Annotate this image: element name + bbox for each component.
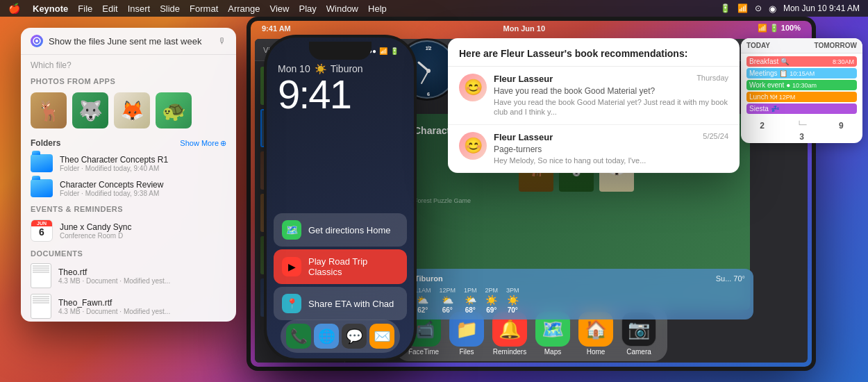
calendar-event-meetings[interactable]: Meetings 📋 10:15AM bbox=[746, 68, 857, 78]
events-section-header: Events & Reminders bbox=[21, 201, 236, 216]
message-content-2: Fleur Lasseur 5/25/24 Page-turners Hey M… bbox=[494, 132, 728, 165]
event-item-1[interactable]: JUN 6 June x Candy Sync Conference Room … bbox=[21, 216, 236, 245]
menu-window[interactable]: Window bbox=[326, 3, 358, 14]
battery-status-icon: 🔋 bbox=[390, 47, 399, 55]
menubar-left: 🍎 Keynote File Edit Insert Slide Format … bbox=[8, 3, 387, 14]
iphone-frame: ●●● 📶 🔋 Mon 10 ☀️ Tiburon 9:41 🗺️ Get di… bbox=[264, 35, 417, 361]
menu-file[interactable]: File bbox=[78, 3, 92, 14]
weather-location: Tiburon bbox=[415, 274, 443, 283]
spotlight-search-bar[interactable]: Show the files June sent me last week 🎙 bbox=[21, 28, 236, 55]
message-content-1: Fleur Lasseur Thursday Have you read the… bbox=[494, 74, 728, 117]
show-more-button[interactable]: Show More ⊕ bbox=[180, 139, 226, 148]
folder-icon-2 bbox=[31, 179, 53, 197]
menubar-right: 🔋 📶 ⊙ ◉ Mon Jun 10 9:41 AM bbox=[720, 3, 860, 14]
folder-info-1: Theo Character Concepts R1 Folder · Modi… bbox=[60, 155, 168, 172]
directions-icon: 🗺️ bbox=[282, 220, 301, 240]
photos-section-header: Photos From Apps bbox=[21, 73, 236, 88]
apple-logo-icon[interactable]: 🍎 bbox=[8, 3, 20, 14]
spotlight-query[interactable]: Show the files June sent me last week bbox=[49, 36, 212, 47]
ipad-date: Mon Jun 10 bbox=[503, 24, 546, 33]
share-eta-icon: 📍 bbox=[282, 294, 301, 313]
doc-info-1: Theo.rtf 4.3 MB · Document · Modified ye… bbox=[58, 267, 170, 285]
message-item-2[interactable]: 😊 Fleur Lasseur 5/25/24 Page-turners Hey… bbox=[448, 125, 740, 173]
control-center-icon[interactable]: ⊙ bbox=[755, 3, 762, 13]
microphone-icon[interactable]: 🎙 bbox=[218, 36, 226, 46]
photo-thumb-1[interactable]: 🦌 bbox=[31, 92, 67, 128]
maps-icon: 🗺️ bbox=[542, 319, 564, 340]
ipad-status-icons: 📶 🔋 100% bbox=[758, 24, 801, 33]
suggestion-music[interactable]: ▶ Play Road Trip Classics bbox=[274, 249, 407, 284]
photo-thumb-3[interactable]: 🦊 bbox=[114, 92, 150, 128]
app-name[interactable]: Keynote bbox=[33, 3, 68, 14]
dock-safari-icon[interactable]: 🌐 bbox=[314, 324, 339, 349]
folder-item-1[interactable]: Theo Character Concepts R1 Folder · Modi… bbox=[21, 151, 236, 176]
forecast-4: 2PM ☀️ 69° bbox=[485, 287, 499, 314]
calendar-widget-header: TODAY TOMORROW bbox=[741, 38, 862, 53]
calendar-event-breakfast[interactable]: Breakfast 🔍8:30AM bbox=[746, 56, 857, 67]
reminders-icon: 🔔 bbox=[499, 319, 521, 340]
photos-grid: 🦌 🐺 🦊 🐢 bbox=[21, 88, 236, 135]
menu-arrange[interactable]: Arrange bbox=[228, 3, 260, 14]
svg-point-1 bbox=[35, 40, 38, 42]
camera-icon: 📷 bbox=[628, 319, 650, 340]
calendar-event-siesta[interactable]: Siesta 💤 bbox=[746, 103, 857, 114]
mac-menubar: 🍎 Keynote File Edit Insert Slide Format … bbox=[0, 0, 868, 17]
event-info: June x Candy Sync Conference Room D bbox=[60, 222, 131, 240]
calendar-event-lunch[interactable]: Lunch 🍽 12PM bbox=[746, 92, 857, 102]
weather-forecast-row: 11AM ⛅ 62° 12PM ⛅ 66° 1PM 🌤️ 68° 2PM ☀️ … bbox=[415, 287, 745, 314]
iphone-time-display: 9:41 bbox=[278, 74, 403, 115]
dock-messages-icon[interactable]: 💬 bbox=[342, 324, 367, 349]
menu-slide[interactable]: Slide bbox=[160, 3, 180, 14]
menu-insert[interactable]: Insert bbox=[128, 3, 151, 14]
spotlight-panel: Show the files June sent me last week 🎙 … bbox=[21, 28, 236, 322]
doc-item-1[interactable]: Theo.rtf 4.3 MB · Document · Modified ye… bbox=[21, 260, 236, 291]
show-more-icon: ⊕ bbox=[220, 139, 226, 148]
siri-suggestions-list: 🗺️ Get directions Home ▶ Play Road Trip … bbox=[274, 213, 407, 320]
avatar-fleur-1: 😊 bbox=[459, 74, 487, 101]
suggestion-directions[interactable]: 🗺️ Get directions Home bbox=[274, 213, 407, 247]
book-panel-header: Here are Fleur Lasseur's book recommenda… bbox=[448, 38, 740, 67]
weather-widget[interactable]: Tiburon Su... 70° 11AM ⛅ 62° 12PM ⛅ 66° … bbox=[406, 269, 753, 319]
dock-phone-icon[interactable]: 📞 bbox=[286, 324, 311, 349]
photo-thumb-4[interactable]: 🐢 bbox=[156, 92, 192, 128]
home-icon: 🏠 bbox=[585, 319, 607, 340]
tomorrow-label: TOMORROW bbox=[815, 42, 857, 49]
message-header-1: Fleur Lasseur Thursday bbox=[494, 74, 728, 84]
documents-section-header: Documents bbox=[21, 245, 236, 260]
forecast-5: 3PM ☀️ 70° bbox=[506, 287, 519, 314]
forecast-1: 11AM ⛅ 62° bbox=[415, 287, 431, 314]
menu-view[interactable]: View bbox=[270, 3, 290, 14]
suggestion-share-eta[interactable]: 📍 Share ETA with Chad bbox=[274, 287, 407, 320]
wifi-status-icon: 📶 bbox=[379, 47, 387, 55]
menu-play[interactable]: Play bbox=[299, 3, 316, 14]
menu-edit[interactable]: Edit bbox=[102, 3, 117, 14]
weather-header: Tiburon Su... 70° bbox=[415, 274, 745, 283]
files-icon: 📁 bbox=[456, 319, 478, 340]
folder-icon-1 bbox=[31, 154, 53, 172]
siri-orb-icon bbox=[31, 35, 43, 47]
svg-line-7 bbox=[422, 71, 428, 83]
iphone-notch bbox=[309, 42, 372, 60]
document-icon-2 bbox=[31, 294, 51, 319]
menubar-time: Mon Jun 10 9:41 AM bbox=[783, 3, 860, 13]
menu-help[interactable]: Help bbox=[368, 3, 387, 14]
forecast-2: 12PM ⛅ 66° bbox=[440, 287, 456, 314]
calendar-widget: TODAY TOMORROW Breakfast 🔍8:30AM Meeting… bbox=[741, 38, 862, 143]
weather-high-temp: Su... 70° bbox=[716, 274, 745, 283]
folders-title: Folders bbox=[31, 138, 60, 148]
photo-thumb-2[interactable]: 🐺 bbox=[72, 92, 108, 128]
music-play-icon: ▶ bbox=[282, 257, 301, 276]
dock-mail-icon[interactable]: ✉️ bbox=[369, 324, 394, 349]
svg-point-8 bbox=[426, 69, 431, 73]
ipad-time: 9:41 AM bbox=[262, 24, 291, 33]
calendar-event-work[interactable]: Work event ● 10:30am bbox=[746, 80, 857, 90]
menu-format[interactable]: Format bbox=[190, 3, 218, 14]
folder-info-2: Character Concepts Review Folder · Modif… bbox=[60, 180, 163, 197]
doc-item-2[interactable]: Theo_Fawn.rtf 4.3 MB · Document · Modifi… bbox=[21, 291, 236, 322]
today-label: TODAY bbox=[746, 42, 770, 49]
siri-icon[interactable]: ◉ bbox=[769, 3, 776, 14]
folder-item-2[interactable]: Character Concepts Review Folder · Modif… bbox=[21, 176, 236, 201]
calendar-numbers: 2└─9 3 bbox=[741, 119, 862, 143]
iphone-screen: ●●● 📶 🔋 Mon 10 ☀️ Tiburon 9:41 🗺️ Get di… bbox=[267, 38, 414, 358]
message-item-1[interactable]: 😊 Fleur Lasseur Thursday Have you read t… bbox=[448, 67, 740, 125]
